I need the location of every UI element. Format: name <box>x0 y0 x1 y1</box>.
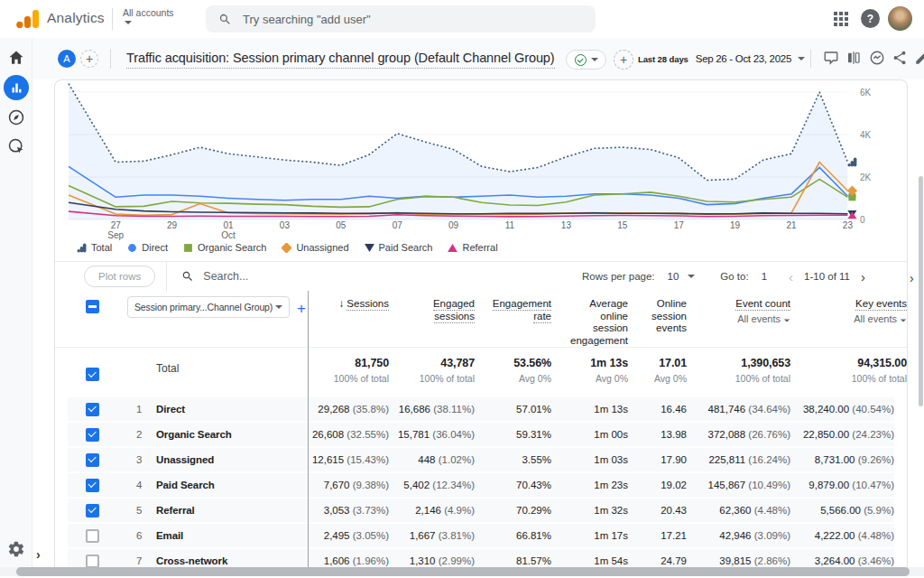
row-checkbox[interactable] <box>86 479 99 492</box>
add-comparison-button[interactable]: + <box>80 50 98 68</box>
legend-item-total[interactable]: Total <box>77 242 112 253</box>
svg-text:03: 03 <box>280 220 291 230</box>
svg-text:0: 0 <box>860 215 865 225</box>
chevron-down-icon <box>275 305 282 309</box>
total-cell: 43,787100% of total <box>389 357 475 397</box>
google-apps-icon[interactable] <box>834 12 848 26</box>
divider <box>166 262 167 292</box>
column-header-event-count[interactable]: Event countAll events <box>687 291 790 347</box>
row-checkbox[interactable] <box>86 504 99 517</box>
feedback-icon[interactable] <box>823 50 839 66</box>
legend-item-paid-search[interactable]: Paid Search <box>365 242 433 253</box>
help-icon[interactable]: ? <box>861 9 880 28</box>
divider <box>110 49 111 69</box>
total-cell: 17.01Avg 0% <box>628 357 687 397</box>
row-checkbox[interactable] <box>86 555 99 568</box>
divider <box>112 8 113 30</box>
chevron-down-icon[interactable] <box>688 275 695 278</box>
legend-item-referral[interactable]: Referral <box>448 242 497 253</box>
legend-item-direct[interactable]: Direct <box>127 242 168 253</box>
chevron-down-icon <box>591 58 598 61</box>
column-header-online-session-events[interactable]: Online session events <box>628 291 687 347</box>
vertical-scrollbar[interactable] <box>919 176 923 406</box>
dimension-selector[interactable]: Session primary...Channel Group) <box>127 296 290 318</box>
total-cell: 1,390,653100% of total <box>687 357 790 397</box>
table-row-referral: 5Referral3,053 (3.73%)2,146 (4.9%)70.29%… <box>68 499 894 522</box>
events-filter[interactable]: All events <box>687 313 790 326</box>
settings-gear-icon[interactable] <box>7 540 25 558</box>
goto-value[interactable]: 1 <box>762 271 767 282</box>
svg-text:2K: 2K <box>860 172 872 182</box>
previous-page-icon[interactable]: ‹ <box>789 269 793 284</box>
rows-per-page-label: Rows per page: <box>582 271 655 282</box>
explore-icon[interactable] <box>7 108 25 126</box>
legend-item-organic-search[interactable]: Organic Search <box>183 242 266 253</box>
column-header-engagement-rate[interactable]: Engagement rate <box>475 291 551 347</box>
next-page-icon[interactable]: › <box>861 269 865 284</box>
svg-text:01: 01 <box>223 220 234 230</box>
table-row-email: 6Email2,495 (3.05%)1,667 (3.81%)66.81%1m… <box>68 524 894 547</box>
home-icon[interactable] <box>7 49 25 67</box>
svg-text:21: 21 <box>786 220 797 230</box>
table-column-divider <box>308 291 309 576</box>
channel-name: Unassigned <box>156 454 308 465</box>
sessions-line-chart[interactable]: 02K4K6K27Sep2901Oct030507091113151719212… <box>55 82 907 241</box>
expand-nav-chevron-icon[interactable]: › <box>36 547 41 562</box>
chevron-down-icon <box>798 57 805 61</box>
compare-icon[interactable] <box>845 50 862 66</box>
expand-panel-chevron-icon[interactable]: › <box>910 271 914 285</box>
advertising-icon[interactable] <box>7 137 25 155</box>
row-checkbox[interactable] <box>86 428 99 442</box>
global-search-input[interactable]: Try searching "add user" <box>206 5 596 33</box>
insights-icon[interactable] <box>869 50 885 66</box>
column-header-average-online-session-engagement[interactable]: Average online session engagement <box>551 291 628 347</box>
column-header-key-events[interactable]: Key eventsAll events <box>790 291 907 347</box>
row-checkbox[interactable] <box>86 403 99 416</box>
svg-text:19: 19 <box>730 220 741 230</box>
channel-name: Direct <box>156 404 308 415</box>
triangle-down-marker-icon <box>365 243 374 253</box>
column-header-engaged-sessions[interactable]: Engaged sessions <box>389 291 475 347</box>
row-checkbox[interactable] <box>86 529 99 543</box>
svg-text:11: 11 <box>505 220 515 230</box>
svg-text:15: 15 <box>617 220 628 230</box>
table-total-row: Total 81,750100% of total43,787100% of t… <box>55 347 907 397</box>
reports-icon[interactable] <box>4 75 29 100</box>
svg-text:Sep: Sep <box>107 230 124 240</box>
channel-name: Organic Search <box>156 429 308 440</box>
report-status-pill[interactable] <box>566 50 606 70</box>
table-row-unassigned: 3Unassigned12,615 (15.43%)448 (1.02%)3.5… <box>68 448 894 471</box>
table-controls: Plot rows Search... Rows per page: 10 Go… <box>55 261 907 291</box>
horizontal-scrollbar[interactable] <box>16 567 910 576</box>
events-filter[interactable]: All events <box>790 313 907 326</box>
plot-rows-button[interactable]: Plot rows <box>84 266 155 287</box>
brand-title: Analytics <box>47 10 105 26</box>
legend-item-unassigned[interactable]: Unassigned <box>282 242 348 253</box>
row-checkbox[interactable] <box>86 453 99 467</box>
report-card: 02K4K6K27Sep2901Oct030507091113151719212… <box>54 79 908 576</box>
rows-per-page-value[interactable]: 10 <box>668 271 679 282</box>
date-range-picker[interactable]: Last 28 days Sep 26 - Oct 23, 2025 <box>638 53 805 64</box>
square-marker-icon <box>183 243 193 253</box>
svg-text:13: 13 <box>561 220 572 230</box>
select-all-checkbox[interactable] <box>86 300 99 313</box>
check-icon <box>575 54 587 66</box>
column-header-sessions[interactable]: ↓Sessions <box>308 291 389 347</box>
account-picker[interactable]: All accounts <box>123 7 174 24</box>
user-avatar[interactable] <box>888 6 912 31</box>
table-row-organic-search: 2Organic Search26,608 (32.55%)15,781 (36… <box>68 423 894 446</box>
goto-label: Go to: <box>720 271 748 282</box>
add-dimension-button[interactable]: + <box>297 300 306 318</box>
total-cell: 1m 13sAvg 0% <box>551 357 628 397</box>
svg-text:05: 05 <box>336 220 346 230</box>
svg-text:6K: 6K <box>860 88 872 98</box>
report-title[interactable]: Traffic acquisition: Session primary cha… <box>126 51 555 69</box>
property-avatar[interactable]: A <box>58 50 76 68</box>
svg-text:07: 07 <box>393 220 403 230</box>
add-button[interactable]: + <box>614 50 633 70</box>
share-icon[interactable] <box>892 50 908 66</box>
table-search-input[interactable]: Search... <box>181 270 248 283</box>
total-checkbox[interactable] <box>86 368 99 381</box>
edit-icon[interactable] <box>914 50 924 66</box>
search-icon <box>181 270 194 283</box>
